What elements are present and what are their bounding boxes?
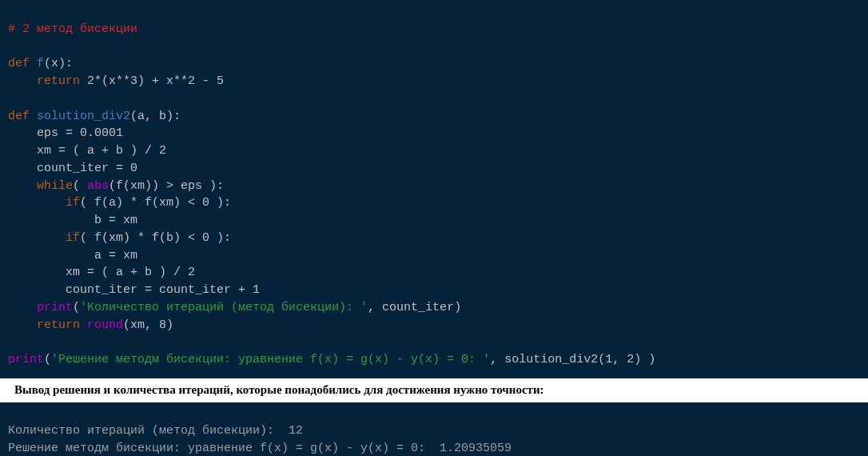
kw-if: if	[66, 231, 80, 245]
code-text: a = xm	[8, 249, 137, 262]
builtin-abs: abs	[87, 179, 109, 193]
builtin-round: round	[87, 318, 123, 332]
kw-while: while	[37, 179, 73, 193]
kw-def: def	[8, 57, 30, 70]
code-text: ( f(xm) * f(b) < 0 ):	[80, 231, 231, 245]
kw-return: return	[37, 74, 80, 88]
kw-return: return	[37, 318, 80, 332]
code-text: (a, b):	[130, 110, 181, 123]
output-line: Количество итераций (метод бисекции): 12	[8, 424, 303, 438]
code-text	[80, 318, 87, 332]
code-text: (	[73, 179, 87, 193]
code-text: (xm, 8)	[123, 318, 173, 332]
code-text: xm = ( a + b ) / 2	[8, 266, 195, 279]
code-indent	[8, 179, 37, 193]
code-comment: # 2 метод бисекции	[8, 22, 137, 36]
caption-text: Вывод решения и количества итераций, кот…	[14, 383, 544, 396]
code-indent	[8, 74, 37, 88]
string-literal: 'Решение методм бисекции: уравнение f(x)…	[51, 353, 490, 366]
code-text: eps = 0.0001	[8, 126, 123, 140]
kw-def: def	[8, 110, 30, 123]
code-editor: # 2 метод бисекции def f(x): return 2*(x…	[0, 0, 868, 378]
code-indent	[8, 301, 37, 314]
code-text: count_iter = 0	[8, 162, 137, 175]
code-indent	[8, 231, 66, 245]
code-text: (	[44, 353, 51, 366]
code-text: (	[73, 301, 80, 314]
string-literal: 'Количество итераций (метод бисекции): '	[80, 301, 368, 314]
func-name-solution-div2: solution_div2	[37, 110, 130, 123]
code-indent	[8, 196, 66, 210]
code-text: (x):	[44, 57, 73, 70]
code-text: , count_iter)	[368, 301, 461, 314]
builtin-print: print	[37, 301, 73, 314]
func-name-f: f	[37, 57, 44, 70]
console-output: Количество итераций (метод бисекции): 12…	[0, 402, 868, 457]
output-caption: Вывод решения и количества итераций, кот…	[0, 378, 868, 402]
code-text: count_iter = count_iter + 1	[8, 283, 260, 297]
output-line: Решение методм бисекции: уравнение f(x) …	[8, 442, 512, 455]
kw-if: if	[66, 196, 80, 210]
code-text: xm = ( a + b ) / 2	[8, 144, 166, 158]
code-text: ( f(a) * f(xm) < 0 ):	[80, 196, 231, 210]
code-text: b = xm	[8, 214, 137, 227]
code-text: 2*(x**3) + x**2 - 5	[80, 74, 224, 88]
builtin-print: print	[8, 353, 44, 366]
code-indent	[8, 318, 37, 332]
code-text: , solution_div2(1, 2) )	[490, 353, 655, 366]
code-text: (f(xm)) > eps ):	[109, 179, 224, 193]
